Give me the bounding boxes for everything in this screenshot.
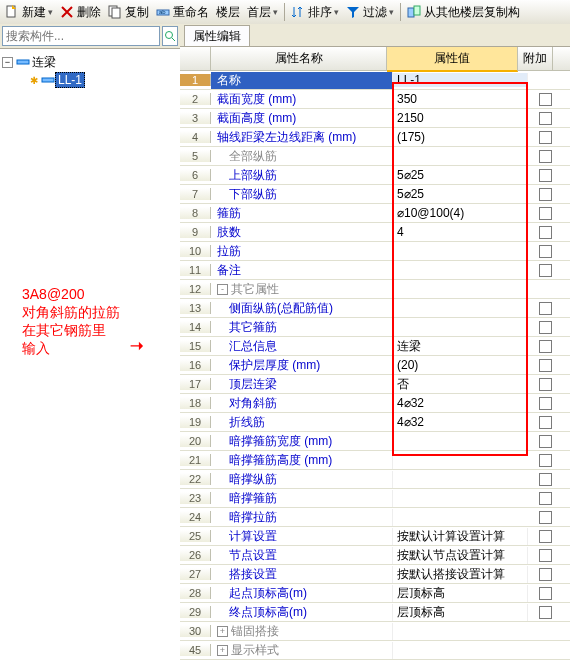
prop-name-cell[interactable]: 下部纵筋 — [211, 186, 393, 203]
prop-name-cell[interactable]: 截面高度 (mm) — [211, 110, 393, 127]
prop-value-cell[interactable]: 4⌀32 — [393, 396, 528, 410]
table-row[interactable]: 45+显示样式 — [180, 641, 570, 660]
table-row[interactable]: 23暗撑箍筋 — [180, 489, 570, 508]
table-row[interactable]: 5全部纵筋 — [180, 147, 570, 166]
copy-button[interactable]: 复制 — [105, 3, 152, 22]
prop-name-cell[interactable]: 汇总信息 — [211, 338, 393, 355]
table-row[interactable]: 28起点顶标高(m)层顶标高 — [180, 584, 570, 603]
checkbox[interactable] — [539, 587, 552, 600]
checkbox[interactable] — [539, 397, 552, 410]
prop-name-cell[interactable]: 截面宽度 (mm) — [211, 91, 393, 108]
prop-name-cell[interactable]: 保护层厚度 (mm) — [211, 357, 393, 374]
table-row[interactable]: 24暗撑拉筋 — [180, 508, 570, 527]
prop-value-cell[interactable]: 否 — [393, 376, 528, 393]
table-row[interactable]: 22暗撑纵筋 — [180, 470, 570, 489]
header-name[interactable]: 属性名称 — [211, 47, 387, 70]
prop-name-cell[interactable]: 暗撑箍筋宽度 (mm) — [211, 433, 393, 450]
prop-value-cell[interactable]: (20) — [393, 358, 528, 372]
table-row[interactable]: 2截面宽度 (mm)350 — [180, 90, 570, 109]
collapse-icon[interactable]: - — [217, 284, 228, 295]
table-row[interactable]: 15汇总信息连梁 — [180, 337, 570, 356]
checkbox[interactable] — [539, 549, 552, 562]
sort-button[interactable]: 排序▾ — [288, 3, 342, 22]
prop-name-cell[interactable]: +显示样式 — [211, 642, 393, 659]
prop-name-cell[interactable]: 计算设置 — [211, 528, 393, 545]
prop-name-cell[interactable]: 折线筋 — [211, 414, 393, 431]
prop-name-cell[interactable]: 轴线距梁左边线距离 (mm) — [211, 129, 393, 146]
prop-value-cell[interactable]: 5⌀25 — [393, 187, 528, 201]
prop-name-cell[interactable]: 侧面纵筋(总配筋值) — [211, 300, 393, 317]
checkbox[interactable] — [539, 226, 552, 239]
checkbox[interactable] — [539, 302, 552, 315]
prop-value-cell[interactable]: 2150 — [393, 111, 528, 125]
table-row[interactable]: 6上部纵筋5⌀25 — [180, 166, 570, 185]
prop-name-cell[interactable]: 终点顶标高(m) — [211, 604, 393, 621]
table-row[interactable]: 16保护层厚度 (mm)(20) — [180, 356, 570, 375]
prop-name-cell[interactable]: 其它箍筋 — [211, 319, 393, 336]
table-row[interactable]: 9肢数4 — [180, 223, 570, 242]
table-row[interactable]: 14其它箍筋 — [180, 318, 570, 337]
table-row[interactable]: 1名称LL-1 — [180, 71, 570, 90]
prop-name-cell[interactable]: +锚固搭接 — [211, 623, 393, 640]
prop-name-cell[interactable]: 对角斜筋 — [211, 395, 393, 412]
prop-name-cell[interactable]: 暗撑箍筋高度 (mm) — [211, 452, 393, 469]
table-row[interactable]: 17顶层连梁否 — [180, 375, 570, 394]
table-row[interactable]: 30+锚固搭接 — [180, 622, 570, 641]
prop-name-cell[interactable]: 暗撑纵筋 — [211, 471, 393, 488]
table-row[interactable]: 18对角斜筋4⌀32 — [180, 394, 570, 413]
copy-from-floor-button[interactable]: 从其他楼层复制构 — [404, 3, 523, 22]
tree-root[interactable]: − 连梁 — [2, 53, 178, 71]
checkbox[interactable] — [539, 511, 552, 524]
checkbox[interactable] — [539, 112, 552, 125]
prop-name-cell[interactable]: 搭接设置 — [211, 566, 393, 583]
prop-name-cell[interactable]: 节点设置 — [211, 547, 393, 564]
prop-value-cell[interactable]: 按默认节点设置计算 — [393, 547, 528, 564]
prop-value-cell[interactable]: 连梁 — [393, 338, 528, 355]
checkbox[interactable] — [539, 321, 552, 334]
table-row[interactable]: 13侧面纵筋(总配筋值) — [180, 299, 570, 318]
table-row[interactable]: 8箍筋⌀10@100(4) — [180, 204, 570, 223]
prop-name-cell[interactable]: 箍筋 — [211, 205, 393, 222]
checkbox[interactable] — [539, 378, 552, 391]
checkbox[interactable] — [539, 606, 552, 619]
search-input[interactable] — [2, 26, 160, 46]
table-row[interactable]: 10拉筋 — [180, 242, 570, 261]
table-row[interactable]: 29终点顶标高(m)层顶标高 — [180, 603, 570, 622]
prop-value-cell[interactable]: 5⌀25 — [393, 168, 528, 182]
expand-icon[interactable]: + — [217, 626, 228, 637]
checkbox[interactable] — [539, 454, 552, 467]
prop-value-cell[interactable]: 按默认计算设置计算 — [393, 528, 528, 545]
prop-name-cell[interactable]: 起点顶标高(m) — [211, 585, 393, 602]
expand-icon[interactable]: + — [217, 645, 228, 656]
checkbox[interactable] — [539, 207, 552, 220]
checkbox[interactable] — [539, 435, 552, 448]
checkbox[interactable] — [539, 568, 552, 581]
prop-name-cell[interactable]: 顶层连梁 — [211, 376, 393, 393]
prop-value-cell[interactable]: 层顶标高 — [393, 604, 528, 621]
rename-button[interactable]: ab重命名 — [153, 3, 212, 22]
header-attach[interactable]: 附加 — [518, 47, 553, 70]
table-row[interactable]: 27搭接设置按默认搭接设置计算 — [180, 565, 570, 584]
table-row[interactable]: 21暗撑箍筋高度 (mm) — [180, 451, 570, 470]
checkbox[interactable] — [539, 530, 552, 543]
prop-name-cell[interactable]: 上部纵筋 — [211, 167, 393, 184]
checkbox[interactable] — [539, 340, 552, 353]
table-row[interactable]: 20暗撑箍筋宽度 (mm) — [180, 432, 570, 451]
prop-value-cell[interactable]: LL-1 — [393, 73, 528, 87]
prop-name-cell[interactable]: 肢数 — [211, 224, 393, 241]
prop-value-cell[interactable]: 按默认搭接设置计算 — [393, 566, 528, 583]
prop-value-cell[interactable]: 350 — [393, 92, 528, 106]
prop-value-cell[interactable]: 4 — [393, 225, 528, 239]
checkbox[interactable] — [539, 188, 552, 201]
checkbox[interactable] — [539, 473, 552, 486]
search-button[interactable] — [162, 26, 178, 46]
prop-name-cell[interactable]: -其它属性 — [211, 281, 393, 298]
filter-button[interactable]: 过滤▾ — [343, 3, 397, 22]
prop-name-cell[interactable]: 暗撑箍筋 — [211, 490, 393, 507]
collapse-icon[interactable]: − — [2, 57, 13, 68]
checkbox[interactable] — [539, 131, 552, 144]
table-row[interactable]: 25计算设置按默认计算设置计算 — [180, 527, 570, 546]
prop-value-cell[interactable]: ⌀10@100(4) — [393, 206, 528, 220]
checkbox[interactable] — [539, 93, 552, 106]
prop-value-cell[interactable]: 4⌀32 — [393, 415, 528, 429]
